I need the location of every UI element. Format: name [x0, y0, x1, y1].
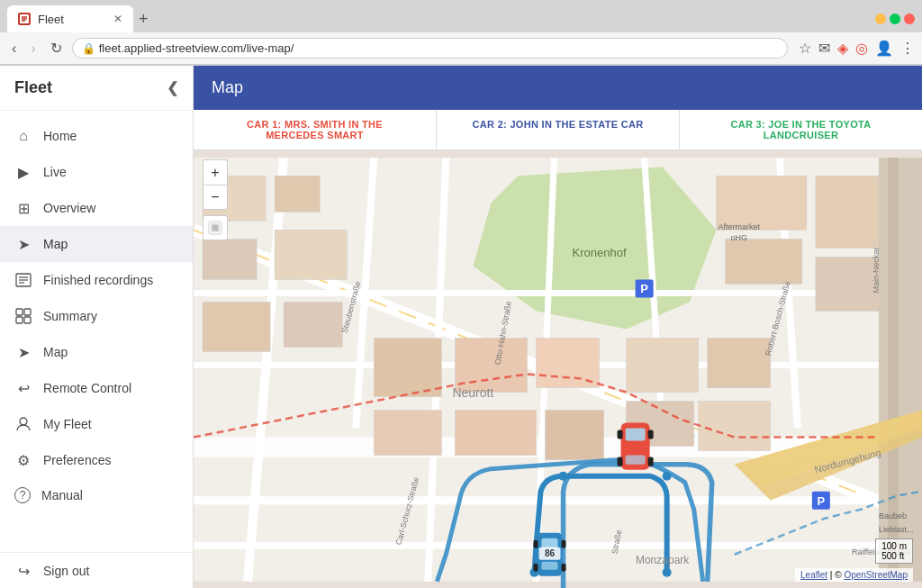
scale-meters: 100 m — [881, 541, 907, 551]
user-avatar[interactable]: 👤 — [875, 40, 893, 57]
minimize-button[interactable] — [875, 14, 886, 24]
svg-rect-91 — [212, 225, 218, 231]
svg-rect-43 — [726, 239, 802, 284]
car-tabs: CAR 1: MRS. SMITH IN THEMERCEDES SMART C… — [194, 110, 922, 150]
svg-text:oHG: oHG — [730, 233, 747, 242]
sidebar-label-map: Map — [43, 237, 68, 251]
svg-rect-79 — [648, 457, 654, 466]
layers-button[interactable] — [203, 215, 228, 240]
zoom-out-button[interactable]: − — [203, 185, 228, 210]
svg-rect-7 — [16, 317, 23, 323]
manual-icon: ? — [14, 487, 31, 503]
sidebar-item-map[interactable]: ➤ Map — [0, 226, 193, 262]
svg-point-9 — [20, 418, 27, 425]
svg-rect-34 — [455, 411, 536, 456]
sidebar-item-summary[interactable]: Summary — [0, 298, 193, 334]
app-container: Fleet ❮ ⌂ Home ▶ Live ⊞ Overview ➤ Map — [0, 66, 922, 588]
forward-button[interactable]: › — [26, 39, 40, 59]
car1-marker — [618, 423, 654, 470]
svg-text:Baubeb: Baubeb — [879, 511, 907, 520]
sidebar-collapse-button[interactable]: ❮ — [167, 79, 178, 96]
zoom-in-button[interactable]: + — [203, 159, 228, 185]
map-controls: + − — [203, 159, 228, 240]
sidebar-item-my-fleet[interactable]: My Fleet — [0, 406, 193, 442]
sidebar-label-preferences: Preferences — [43, 453, 111, 467]
sidebar-label-home: Home — [43, 129, 77, 143]
recordings-icon — [14, 271, 32, 289]
sidebar-label-sign-out: Sign out — [43, 564, 89, 578]
sidebar-item-home[interactable]: ⌂ Home — [0, 118, 193, 154]
sidebar-item-map2[interactable]: ➤ Map — [0, 334, 193, 370]
sidebar-label-map2: Map — [43, 345, 68, 359]
tab-close-button[interactable]: ✕ — [113, 13, 122, 25]
sidebar-item-preferences[interactable]: ⚙ Preferences — [0, 442, 193, 478]
refresh-icon[interactable]: ◎ — [855, 40, 868, 57]
svg-rect-37 — [374, 411, 441, 456]
svg-rect-41 — [699, 402, 771, 451]
toolbar-icons: ☆ ✉ ◈ ◎ 👤 ⋮ — [799, 40, 915, 57]
map-attribution: Leaflet | © OpenStreetMap — [795, 568, 913, 582]
car-tab-3[interactable]: CAR 3: JOE IN THE TOYOTALANDCRUISER — [680, 110, 922, 149]
car-tab-1[interactable]: CAR 1: MRS. SMITH IN THEMERCEDES SMART — [194, 110, 437, 149]
url-text: fleet.applied-streetview.com/live-map/ — [99, 41, 294, 55]
address-input[interactable]: 🔒 fleet.applied-streetview.com/live-map/ — [72, 38, 788, 59]
svg-text:Neurott: Neurott — [452, 385, 493, 400]
svg-point-59 — [663, 568, 672, 577]
sidebar-nav: ⌂ Home ▶ Live ⊞ Overview ➤ Map Finished … — [0, 111, 193, 552]
page-header: Map — [194, 66, 922, 110]
overview-icon: ⊞ — [14, 199, 32, 217]
sidebar-item-manual[interactable]: ? Manual — [0, 478, 193, 512]
svg-rect-85 — [533, 564, 538, 572]
svg-point-61 — [559, 472, 568, 481]
svg-rect-83 — [533, 540, 538, 548]
maps-icon[interactable]: ◈ — [837, 40, 848, 57]
svg-text:Aftermarket: Aftermarket — [718, 222, 760, 231]
svg-rect-6 — [24, 309, 31, 315]
main-content: Map CAR 1: MRS. SMITH IN THEMERCEDES SMA… — [194, 66, 922, 588]
scale-feet: 500 ft — [881, 551, 907, 561]
svg-rect-44 — [816, 176, 888, 248]
mail-icon[interactable]: ✉ — [818, 40, 830, 57]
car-tab-2[interactable]: CAR 2: JOHN IN THE ESTATE CAR — [437, 110, 680, 149]
svg-rect-5 — [16, 309, 23, 315]
new-tab-button[interactable]: + — [139, 11, 149, 27]
sidebar-item-remote-control[interactable]: ↩ Remote Control — [0, 370, 193, 406]
svg-text:Liebiast...: Liebiast... — [879, 525, 914, 534]
restore-button[interactable] — [890, 14, 900, 24]
tab-favicon — [18, 13, 31, 25]
sidebar-label-my-fleet: My Fleet — [43, 417, 92, 431]
map-area[interactable]: Kronenhof — [194, 150, 922, 588]
sidebar-label-live: Live — [43, 165, 67, 179]
sidebar-label-summary: Summary — [43, 309, 97, 323]
svg-rect-78 — [618, 457, 623, 466]
svg-text:Main-Neckar: Main-Neckar — [872, 247, 881, 293]
svg-text:P: P — [818, 494, 826, 508]
address-bar: ‹ › ↻ 🔒 fleet.applied-streetview.com/liv… — [0, 32, 922, 65]
home-icon: ⌂ — [14, 127, 32, 145]
svg-rect-8 — [24, 317, 31, 323]
close-button[interactable] — [904, 14, 915, 24]
svg-rect-75 — [626, 456, 646, 465]
car2-marker: 86 — [533, 533, 565, 576]
reload-button[interactable]: ↻ — [46, 38, 67, 59]
tab-title: Fleet — [38, 13, 106, 26]
active-tab[interactable]: Fleet ✕ — [7, 5, 133, 32]
sign-out-icon: ↪ — [14, 562, 32, 580]
bookmark-icon[interactable]: ☆ — [799, 40, 811, 57]
svg-rect-29 — [275, 230, 347, 279]
summary-icon — [14, 307, 32, 325]
back-button[interactable]: ‹ — [7, 39, 21, 59]
osm-link[interactable]: OpenStreetMap — [844, 570, 908, 580]
sidebar-title: Fleet — [14, 78, 52, 97]
menu-icon[interactable]: ⋮ — [900, 40, 915, 57]
svg-text:P: P — [640, 282, 648, 295]
sidebar-item-live[interactable]: ▶ Live — [0, 154, 193, 190]
svg-text:Kronenhof: Kronenhof — [573, 246, 627, 259]
leaflet-link[interactable]: Leaflet — [800, 570, 827, 580]
svg-text:Monzapark: Monzapark — [636, 554, 690, 566]
map-svg: Kronenhof — [194, 150, 922, 588]
sidebar-item-overview[interactable]: ⊞ Overview — [0, 190, 193, 226]
sidebar-item-sign-out[interactable]: ↪ Sign out — [0, 553, 193, 588]
sidebar-item-finished-recordings[interactable]: Finished recordings — [0, 262, 193, 298]
svg-rect-35 — [545, 411, 603, 460]
